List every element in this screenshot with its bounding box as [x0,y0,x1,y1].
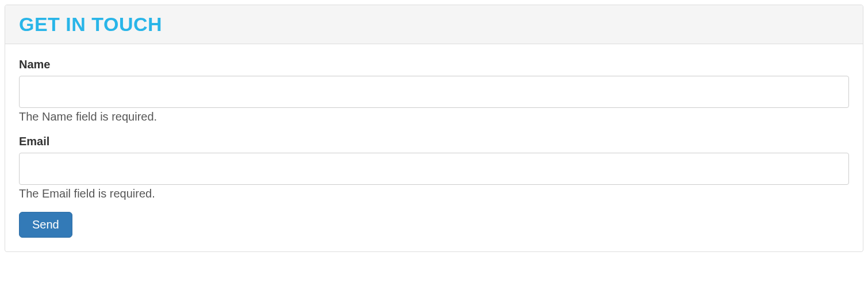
panel-heading: GET IN TOUCH [5,5,863,44]
name-field[interactable] [19,76,849,108]
email-label: Email [19,135,849,148]
panel-title: GET IN TOUCH [19,13,849,36]
panel-body: Name The Name field is required. Email T… [5,44,863,251]
contact-panel: GET IN TOUCH Name The Name field is requ… [5,5,863,252]
email-field[interactable] [19,153,849,185]
send-button[interactable]: Send [19,212,72,238]
email-error-text: The Email field is required. [19,187,849,200]
form-group-email: Email The Email field is required. [19,135,849,200]
form-group-name: Name The Name field is required. [19,58,849,123]
name-error-text: The Name field is required. [19,110,849,123]
name-label: Name [19,58,849,71]
